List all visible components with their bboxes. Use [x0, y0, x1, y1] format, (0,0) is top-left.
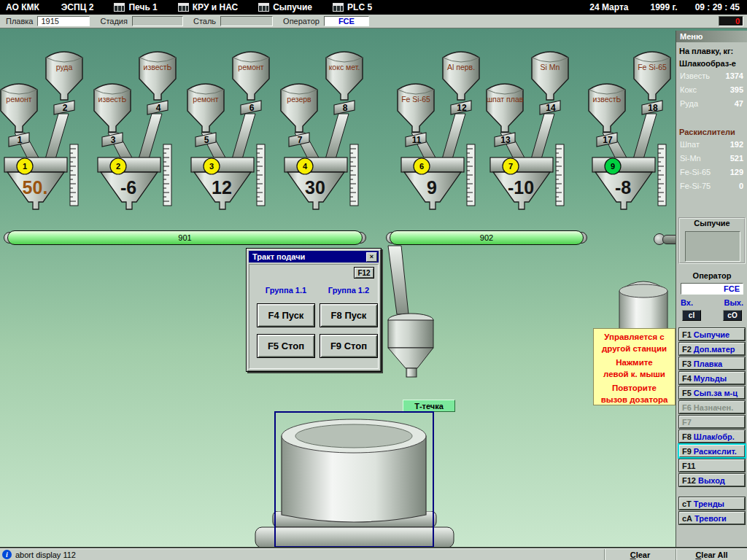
operator-label: Оператор: [283, 17, 320, 26]
dosing-station-3[interactable]: ремонт ремонт 6 5 3 12: [187, 48, 282, 219]
fkey-label: Назначен.: [694, 403, 733, 412]
dosing-station-7[interactable]: Fe Si-65 известЬ 18 17 9 -8: [588, 48, 683, 219]
hotkey-ca-alarms[interactable]: cAТревоги: [679, 512, 745, 524]
clear-button[interactable]: Clear: [604, 549, 676, 560]
f8-start-button[interactable]: F8 Пуск: [320, 303, 378, 327]
hopper-icon[interactable]: [94, 84, 131, 132]
steel-grade-field: [220, 16, 273, 26]
dosing-station-5[interactable]: Al перв. Fe Si-65 12 11 6 9: [397, 48, 492, 219]
hopper-icon[interactable]: [532, 52, 568, 100]
hopper-icon[interactable]: [1, 84, 37, 132]
dosing-station-1[interactable]: руда ремонт 2 1 1 50.: [0, 48, 95, 219]
conveyor-belt[interactable]: 902: [390, 230, 584, 245]
fkey-f1-bulk[interactable]: F1Сыпучие: [679, 328, 745, 341]
hopper-icon[interactable]: [46, 52, 82, 100]
fkey-f6-assignments: F6Назначен.: [679, 401, 745, 413]
menu-titlebar: Меню: [676, 31, 747, 42]
window-icon: [178, 3, 189, 12]
window-item-kru[interactable]: КРУ и НАС: [178, 2, 238, 12]
close-icon[interactable]: ×: [366, 252, 377, 262]
hopper-material-label: Fe Si-65: [401, 95, 430, 104]
logout-key-button[interactable]: cO: [723, 310, 742, 321]
slag-formers-section: Шлакообраз-е: [676, 59, 747, 71]
hopper-icon[interactable]: [139, 52, 176, 100]
scada-screen: АО КМК ЭСПЦ 2 Печь 1 КРУ и НАС Сыпучие P…: [0, 0, 747, 560]
operator-id-field[interactable]: FCE: [681, 283, 743, 295]
charge-row: Руда47: [676, 99, 747, 113]
weight-value: -10: [508, 177, 534, 198]
material-value: 521: [730, 154, 743, 168]
weigher-number: 3: [209, 162, 214, 171]
conveyor-901[interactable]: 901: [7, 230, 363, 245]
hopper-number: 17: [603, 135, 613, 145]
ladle-vessel[interactable]: [276, 414, 432, 531]
hopper-material-label: кокс мет.: [329, 63, 360, 71]
hopper-number: 4: [156, 103, 161, 113]
login-key-button[interactable]: cI: [682, 310, 701, 321]
hopper-icon[interactable]: [187, 84, 224, 132]
window-item-plc[interactable]: PLC 5: [333, 2, 372, 12]
feed-tract-dialog[interactable]: Тракт подачи × F12 Группа 1.1 Группа 1.2…: [246, 248, 382, 372]
deoxidizers-section: Раскислители: [676, 128, 747, 140]
dosing-station-4[interactable]: кокс мет. резерв 8 7 4 30: [280, 48, 375, 219]
window-item-bulk[interactable]: Сыпучие: [258, 2, 312, 12]
dosing-station-6[interactable]: Si Mn шпат плав 14 13 7 -10: [486, 48, 581, 219]
f5-stop-button[interactable]: F5 Стоп: [257, 334, 315, 358]
fkey-f4-molds[interactable]: F4Мульды: [679, 372, 745, 384]
hopper-icon[interactable]: [233, 52, 269, 100]
message-line: другой станции: [594, 343, 675, 354]
f4-start-button[interactable]: F4 Пуск: [257, 303, 315, 327]
window-item-furnace[interactable]: Печь 1: [114, 2, 157, 12]
dialog-titlebar[interactable]: Тракт подачи ×: [249, 251, 379, 262]
hopper-icon[interactable]: [589, 84, 625, 132]
weigher-number: 9: [611, 162, 615, 171]
ladle-selection-box[interactable]: [274, 411, 434, 548]
fkey-f9-deoxidizers[interactable]: F9Раскислит.: [679, 445, 745, 457]
hopper-icon[interactable]: [487, 84, 523, 132]
hopper-material-label: Al перв.: [447, 63, 475, 71]
fkey-f3-melt[interactable]: F3Плавка: [679, 357, 745, 370]
weight-value: 12: [212, 177, 232, 198]
company-name: АО КМК: [6, 2, 39, 12]
weight-value: -8: [615, 177, 631, 198]
info-icon: i: [2, 550, 12, 559]
fkey-f2-additional-materials[interactable]: F2Доп.матер: [679, 343, 745, 355]
fkey-key: F12: [682, 476, 696, 485]
window-icon: [258, 3, 269, 12]
material-label: Fe-Si-65: [680, 168, 711, 182]
hopper-icon[interactable]: [281, 84, 317, 132]
conveyor-belt[interactable]: 901: [7, 230, 363, 245]
hopper-icon[interactable]: [398, 84, 434, 132]
login-label: Вх.: [681, 298, 693, 307]
fkey-key: F4: [682, 374, 692, 383]
hotkey-ct-trends[interactable]: cTТренды: [679, 497, 745, 510]
conveyor-902[interactable]: 902: [390, 230, 584, 245]
fkey-f11[interactable]: F11: [679, 459, 745, 472]
hopper-number: 2: [63, 103, 68, 113]
fkey-f12-exit[interactable]: F12Выход: [679, 474, 745, 486]
clear-all-button[interactable]: Clear All: [676, 549, 747, 560]
hopper-number: 11: [412, 135, 422, 145]
hopper-icon[interactable]: [443, 52, 479, 100]
year-value: 1999 г.: [650, 2, 677, 12]
fkey-f8-slag[interactable]: F8Шлак/обр.: [679, 430, 745, 443]
fkey-key: F5: [682, 389, 692, 397]
fkey-label: Сыпучие: [694, 330, 729, 339]
fkey-label: Шлак/обр.: [694, 432, 735, 441]
fkey-key: F8: [682, 432, 692, 441]
melt-number-field: 1915: [37, 16, 90, 26]
conveyor-label: 902: [480, 233, 493, 242]
hopper-icon[interactable]: [326, 52, 363, 100]
hopper-material-label: известЬ: [144, 63, 172, 71]
dosing-station-2[interactable]: известЬ известЬ 4 3 2 -6: [93, 48, 188, 219]
f12-button[interactable]: F12: [354, 267, 374, 279]
hopper-icon[interactable]: [634, 52, 670, 100]
material-value: 129: [730, 168, 743, 182]
message-line: вызов дозатора: [594, 394, 675, 405]
menu-sidebar: Меню На плавку, кг: Шлакообраз-е Известь…: [676, 31, 747, 548]
fkey-key: F1: [682, 330, 692, 339]
f9-stop-button[interactable]: F9 Стоп: [320, 334, 378, 358]
fkey-f7: F7: [679, 416, 745, 428]
fkey-f5-bulk-monthly[interactable]: F5Сып.за м-ц: [679, 386, 745, 399]
window-label: Сыпучие: [273, 2, 312, 12]
